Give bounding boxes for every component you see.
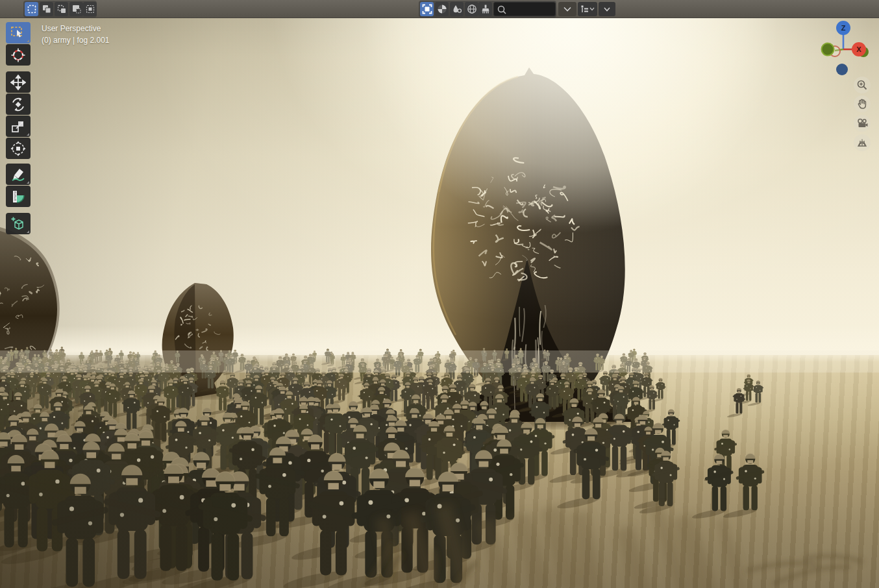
- select-box-tool[interactable]: [6, 22, 31, 43]
- collapsed-menu-dropdown[interactable]: [558, 2, 576, 16]
- select-invert-icon[interactable]: [69, 2, 83, 16]
- region-corners-icon[interactable]: [420, 2, 434, 16]
- grid-dome-icon: [856, 137, 868, 149]
- select-intersect-icon[interactable]: [83, 2, 97, 16]
- crowd-haze: [0, 350, 879, 373]
- search-input[interactable]: [508, 5, 563, 13]
- globe-icon[interactable]: [465, 2, 478, 16]
- navigation-gizmo[interactable]: Z X: [815, 19, 871, 82]
- rotate-tool[interactable]: [6, 93, 31, 115]
- camera-view-button[interactable]: [854, 115, 871, 132]
- transform-tool[interactable]: [6, 138, 31, 159]
- zoom-plus-icon: [856, 79, 868, 91]
- viewport-overlay-text: User Perspective (0) army | fog 2.001: [42, 23, 110, 46]
- droplet-icon[interactable]: [450, 2, 464, 16]
- cursor-tool[interactable]: [6, 44, 31, 66]
- search-icon: [497, 5, 507, 15]
- header-search[interactable]: [493, 2, 556, 16]
- select-subtract-icon[interactable]: [55, 2, 68, 16]
- view-name-text: User Perspective: [42, 23, 110, 34]
- select-new-icon[interactable]: [25, 2, 38, 16]
- camera-icon: [856, 117, 868, 129]
- active-object-text: (0) army | fog 2.001: [42, 34, 110, 46]
- axis-z-neg-ball[interactable]: [836, 64, 848, 75]
- move-tool[interactable]: [6, 71, 31, 93]
- subtool-corner: [27, 230, 29, 233]
- subtool-corner: [27, 181, 29, 184]
- pan-button[interactable]: [854, 95, 871, 112]
- subtool-corner: [27, 40, 29, 42]
- hand-icon: [856, 98, 868, 110]
- view-layer-icon: [580, 5, 589, 14]
- tool-settings-header: [0, 0, 879, 18]
- select-extend-icon[interactable]: [40, 2, 53, 16]
- annotate-tool[interactable]: [6, 164, 31, 185]
- options-dropdown[interactable]: [599, 2, 615, 16]
- viewport-canvas[interactable]: [0, 0, 879, 588]
- scale-tool[interactable]: [6, 116, 31, 137]
- axis-z-label: Z: [841, 24, 846, 32]
- axis-x-label: X: [856, 45, 861, 53]
- brush-icon[interactable]: [478, 2, 492, 16]
- chevron-down-icon: [589, 7, 595, 11]
- blender-window: User Perspective (0) army | fog 2.001 Z …: [0, 0, 879, 588]
- perspective-toggle-button[interactable]: [854, 134, 871, 151]
- checker-sphere-icon[interactable]: [435, 2, 449, 16]
- zoom-button[interactable]: [854, 77, 871, 93]
- view-layer-dropdown[interactable]: [578, 2, 597, 16]
- add-cube-tool[interactable]: [6, 213, 31, 234]
- subtool-corner: [27, 133, 29, 136]
- measure-tool[interactable]: [6, 186, 31, 207]
- axis-y-neg-ball[interactable]: [822, 43, 834, 56]
